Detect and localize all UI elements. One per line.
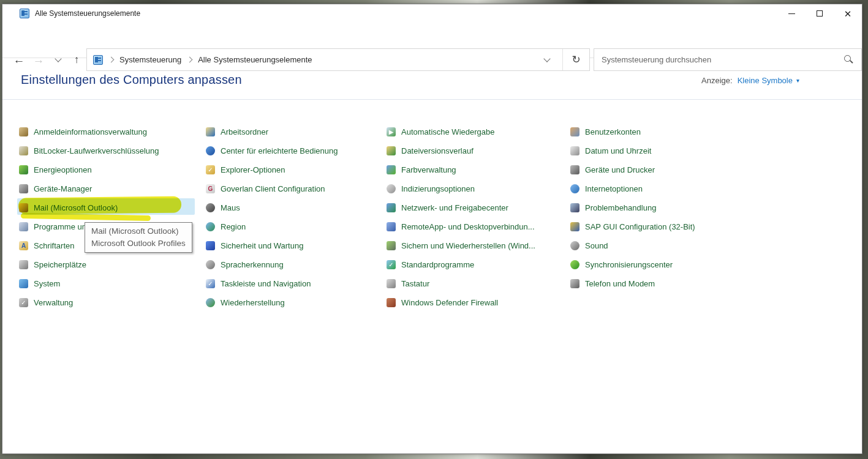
device-manager-icon — [19, 184, 28, 193]
control-panel-item-remoteapp-und-desktopverbindun[interactable]: RemoteApp- und Desktopverbindun... — [387, 217, 567, 236]
items-column-2: ArbeitsordnerCenter für erleichterte Bed… — [206, 122, 383, 312]
address-bar[interactable]: Systemsteuerung Alle Systemsteuerungsele… — [86, 48, 590, 71]
color-management-icon — [387, 165, 396, 174]
item-label: BitLocker-Laufwerkverschlüsselung — [34, 146, 159, 155]
search-input[interactable] — [594, 55, 843, 64]
control-panel-item-dateiversionsverlauf[interactable]: Dateiversionsverlauf — [387, 141, 567, 160]
item-label: Region — [221, 222, 246, 231]
control-panel-item-standardprogramme[interactable]: ✓Standardprogramme — [387, 255, 567, 274]
control-panel-item-telefon-und-modem[interactable]: Telefon und Modem — [570, 274, 760, 293]
control-panel-item-synchronisierungscenter[interactable]: Synchronisierungscenter — [570, 255, 760, 274]
breadcrumb-alle-systemsteuerungselemente[interactable]: Alle Systemsteuerungselemente — [198, 55, 312, 64]
view-by-control: Anzeige: Kleine Symbole ▾ — [701, 76, 799, 85]
date-time-icon — [570, 146, 579, 155]
remoteapp-icon — [387, 222, 396, 231]
control-panel-item-netzwerk-und-freigabecenter[interactable]: Netzwerk- und Freigabecenter — [387, 198, 567, 217]
work-folders-icon — [206, 127, 215, 136]
control-panel-item-wiederherstellung[interactable]: Wiederherstellung — [206, 293, 383, 312]
control-panel-item-center-f-r-erleichterte-bedienung[interactable]: Center für erleichterte Bedienung — [206, 141, 383, 160]
phone-modem-icon — [570, 279, 579, 288]
chevron-down-icon — [543, 55, 550, 62]
close-button[interactable]: ✕ — [834, 4, 862, 23]
items-column-4: BenutzerkontenDatum und UhrzeitGeräte un… — [570, 122, 760, 293]
control-panel-item-farbverwaltung[interactable]: Farbverwaltung — [387, 160, 567, 179]
view-by-value[interactable]: Kleine Symbole — [738, 76, 793, 85]
item-label: Problembehandlung — [585, 203, 656, 212]
control-panel-item-datum-und-uhrzeit[interactable]: Datum und Uhrzeit — [570, 141, 760, 160]
mail-item-tooltip: Mail (Microsoft Outlook) Microsoft Outlo… — [85, 222, 192, 253]
item-label: Center für erleichterte Bedienung — [221, 146, 338, 155]
address-dropdown-button[interactable] — [531, 49, 563, 70]
window-title: Alle Systemsteuerungselemente — [35, 9, 140, 18]
item-label: Sound — [585, 241, 608, 250]
close-icon: ✕ — [844, 9, 852, 18]
control-panel-item-ger-te-manager[interactable]: Geräte-Manager — [19, 179, 203, 198]
item-label: Netzwerk- und Freigabecenter — [401, 203, 508, 212]
explorer-options-icon: ✓ — [206, 165, 215, 174]
view-by-dropdown-icon[interactable]: ▾ — [796, 77, 799, 84]
taskbar-navigation-icon: ✓ — [206, 279, 215, 288]
devices-printers-icon — [570, 165, 579, 174]
file-history-icon — [387, 146, 396, 155]
autoplay-icon: ▶ — [387, 127, 396, 136]
mouse-icon — [206, 203, 215, 212]
control-panel-item-taskleiste-und-navigation[interactable]: ✓Taskleiste und Navigation — [206, 274, 383, 293]
refresh-button[interactable]: ↻ — [563, 49, 589, 70]
control-panel-item-arbeitsordner[interactable]: Arbeitsordner — [206, 122, 383, 141]
control-panel-item-verwaltung[interactable]: ✓Verwaltung — [19, 293, 203, 312]
forward-button[interactable]: → — [29, 48, 48, 71]
control-panel-item-benutzerkonten[interactable]: Benutzerkonten — [570, 122, 760, 141]
item-label: Geräte-Manager — [34, 184, 92, 193]
breadcrumb-systemsteuerung[interactable]: Systemsteuerung — [119, 55, 181, 64]
control-panel-item-goverlan-client-configuration[interactable]: GGoverlan Client Configuration — [206, 179, 383, 198]
bitlocker-key-icon — [19, 146, 28, 155]
firewall-icon — [387, 298, 396, 307]
back-button[interactable]: ← — [9, 48, 29, 71]
recent-pages-dropdown[interactable] — [50, 48, 66, 71]
control-panel-item-problembehandlung[interactable]: Problembehandlung — [570, 198, 760, 217]
backup-restore-icon — [387, 241, 396, 250]
item-label: Farbverwaltung — [401, 165, 456, 174]
item-label: Internetoptionen — [585, 184, 643, 193]
goverlan-icon: G — [206, 184, 215, 193]
control-panel-item-spracherkennung[interactable]: Spracherkennung — [206, 255, 383, 274]
control-panel-item-energieoptionen[interactable]: Energieoptionen — [19, 160, 203, 179]
power-options-icon — [19, 165, 28, 174]
control-panel-item-internetoptionen[interactable]: Internetoptionen — [570, 179, 760, 198]
control-panel-item-sap-gui-configuration-32-bit[interactable]: SAP GUI Configuration (32-Bit) — [570, 217, 760, 236]
control-panel-item-explorer-optionen[interactable]: ✓Explorer-Optionen — [206, 160, 383, 179]
control-panel-item-automatische-wiedergabe[interactable]: ▶Automatische Wiedergabe — [387, 122, 567, 141]
maximize-button[interactable] — [806, 4, 834, 23]
up-button[interactable]: ↑ — [67, 48, 86, 71]
item-label: Telefon und Modem — [585, 279, 655, 288]
minimize-button[interactable] — [777, 4, 806, 23]
control-panel-item-sound[interactable]: Sound — [570, 236, 760, 255]
item-label: RemoteApp- und Desktopverbindun... — [401, 222, 535, 231]
control-panel-item-windows-defender-firewall[interactable]: Windows Defender Firewall — [387, 293, 567, 312]
control-panel-item-anmeldeinformationsverwaltung[interactable]: Anmeldeinformationsverwaltung — [19, 122, 203, 141]
control-panel-item-ger-te-und-drucker[interactable]: Geräte und Drucker — [570, 160, 760, 179]
item-label: Anmeldeinformationsverwaltung — [34, 127, 147, 136]
internet-options-icon — [570, 184, 579, 193]
admin-tools-icon: ✓ — [19, 298, 28, 307]
system-icon — [19, 279, 28, 288]
item-label: Schriftarten — [34, 241, 74, 250]
item-label: Verwaltung — [34, 298, 73, 307]
control-panel-item-speicherpl-tze[interactable]: Speicherplätze — [19, 255, 203, 274]
control-panel-item-indizierungsoptionen[interactable]: Indizierungsoptionen — [387, 179, 567, 198]
control-panel-item-maus[interactable]: Maus — [206, 198, 383, 217]
control-panel-item-bitlocker-laufwerkverschl-sselung[interactable]: BitLocker-Laufwerkverschlüsselung — [19, 141, 203, 160]
control-panel-item-tastatur[interactable]: Tastatur — [387, 274, 567, 293]
item-label: Maus — [221, 203, 240, 212]
control-panel-item-sichern-und-wiederherstellen-wind[interactable]: Sichern und Wiederherstellen (Wind... — [387, 236, 567, 255]
default-programs-icon: ✓ — [387, 260, 396, 269]
item-label: Sicherheit und Wartung — [221, 241, 303, 250]
control-panel-item-sicherheit-und-wartung[interactable]: Sicherheit und Wartung — [206, 236, 383, 255]
search-icon — [843, 54, 854, 65]
network-sharing-icon — [387, 203, 396, 212]
control-panel-item-region[interactable]: Region — [206, 217, 383, 236]
forward-arrow-icon: → — [33, 53, 45, 67]
control-panel-item-system[interactable]: System — [19, 274, 203, 293]
control-panel-icon — [20, 9, 29, 18]
sap-gui-icon — [570, 222, 579, 231]
